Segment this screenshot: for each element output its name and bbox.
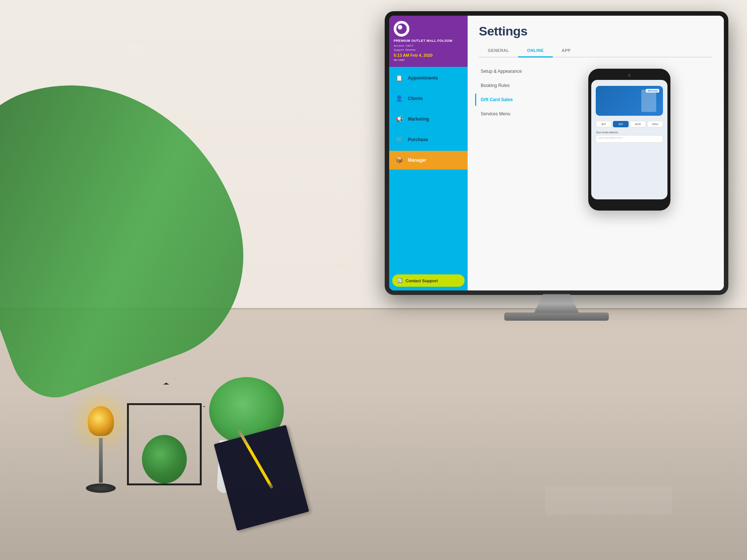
sidebar-navigation: 📋 Appointments 👤 Clients 📢 Marketing 🛒 P… (389, 67, 468, 272)
gift-card-image: Gift Card (596, 86, 663, 116)
settings-content-area: Gift Card $25 $50 $100 Other (535, 65, 724, 290)
manager-label: Manager (408, 158, 426, 163)
amount-other[interactable]: Other (647, 121, 663, 127)
settings-tabs: GENERAL ONLINE APP (479, 44, 713, 57)
monitor-base (504, 312, 609, 321)
tab-general[interactable]: GENERAL (479, 44, 518, 57)
contact-support-button[interactable]: 🔄 Contact Support (392, 274, 465, 287)
sidebar-item-manager[interactable]: 📦 Manager (389, 151, 468, 169)
lamp-foot (86, 483, 116, 493)
lamp (86, 406, 116, 493)
tab-online[interactable]: ONLINE (518, 44, 553, 57)
settings-body: Setup & Appearance Booking Rules Gift Ca… (468, 57, 724, 290)
glass-house-frame (127, 403, 202, 485)
email-input-mock: type email address here... (596, 135, 663, 143)
settings-nav-setup[interactable]: Setup & Appearance (475, 65, 535, 78)
page-title: Settings (479, 24, 713, 38)
settings-nav: Setup & Appearance Booking Rules Gift Ca… (468, 65, 535, 290)
amount-25[interactable]: $25 (596, 121, 611, 127)
monitor-screen: PREMIUM OUTLET MALL FOLSOM Account: 1487… (389, 16, 724, 290)
sidebar-item-marketing[interactable]: 📢 Marketing (389, 110, 468, 128)
settings-nav-giftcard[interactable]: Gift Card Sales (475, 93, 535, 106)
plant-bush-small (142, 435, 187, 483)
marketing-label: Marketing (408, 116, 429, 122)
sidebar-item-appointments[interactable]: 📋 Appointments (389, 69, 468, 87)
amount-100[interactable]: $100 (630, 121, 646, 127)
app-logo (394, 21, 409, 37)
monitor-stand (534, 294, 579, 313)
settings-nav-services[interactable]: Services Menu (475, 108, 535, 120)
phone-camera (628, 74, 631, 77)
contact-support-icon: 🔄 (397, 278, 403, 283)
current-user: No User (394, 58, 463, 62)
settings-header: Settings GENERAL ONLINE APP (468, 16, 724, 57)
gift-card-stripe (641, 90, 656, 112)
lamp-base (99, 438, 103, 483)
gift-card-label: Gift Card (646, 89, 659, 93)
account-info: Account: 14872 (394, 44, 463, 47)
sidebar-item-purchase[interactable]: 🛒 Purchase (389, 130, 468, 149)
logo-icon (396, 24, 407, 34)
sidebar-item-clients[interactable]: 👤 Clients (389, 89, 468, 108)
email-placeholder: type email address here... (598, 137, 660, 139)
keyboard (545, 485, 672, 515)
business-name: PREMIUM OUTLET MALL FOLSOM (394, 39, 463, 43)
tab-app[interactable]: APP (553, 44, 580, 57)
support-info: Support: Tammes (394, 48, 463, 52)
monitor: PREMIUM OUTLET MALL FOLSOM Account: 1487… (385, 11, 728, 321)
purchase-label: Purchase (408, 137, 428, 142)
phone-screen: Gift Card $25 $50 $100 Other (591, 80, 667, 199)
glass-house-decoration (127, 403, 202, 485)
clients-label: Clients (408, 96, 423, 101)
settings-nav-booking[interactable]: Booking Rules (475, 79, 535, 92)
current-time: 5:13 AM Feb 4, 2020 (394, 53, 463, 57)
purchase-icon: 🛒 (395, 136, 403, 144)
email-label: Your email address (596, 131, 663, 134)
app-sidebar: PREMIUM OUTLET MALL FOLSOM Account: 1487… (389, 16, 468, 290)
phone-preview-mockup: Gift Card $25 $50 $100 Other (588, 69, 670, 211)
manager-icon: 📦 (395, 156, 403, 164)
contact-support-label: Contact Support (406, 279, 438, 283)
amount-buttons: $25 $50 $100 Other (596, 121, 663, 127)
lamp-bulb (88, 406, 114, 436)
app-main-content: Settings GENERAL ONLINE APP Setup & Appe… (468, 16, 724, 290)
appointments-icon: 📋 (395, 74, 403, 82)
monitor-frame: PREMIUM OUTLET MALL FOLSOM Account: 1487… (385, 11, 728, 295)
marketing-icon: 📢 (395, 115, 403, 123)
appointments-label: Appointments (408, 75, 438, 81)
sidebar-header: PREMIUM OUTLET MALL FOLSOM Account: 1487… (389, 16, 468, 67)
clients-icon: 👤 (395, 94, 403, 103)
amount-50[interactable]: $50 (613, 121, 629, 127)
